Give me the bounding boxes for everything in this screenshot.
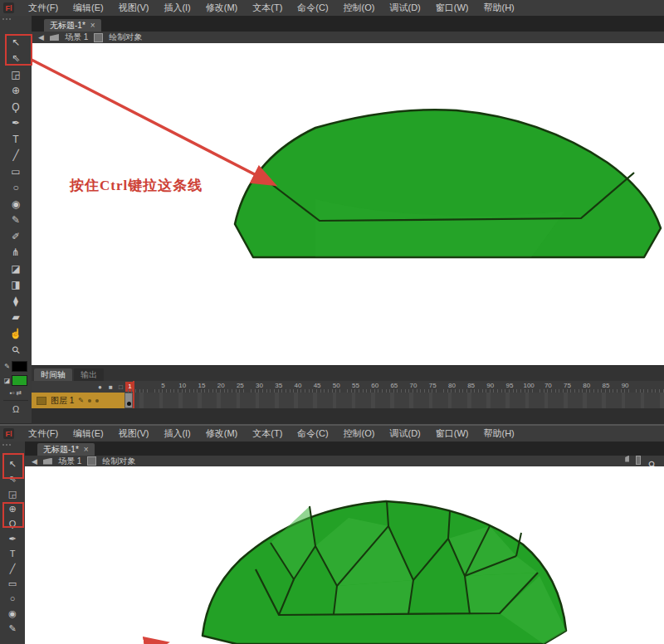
layer-visible-dot[interactable] [88,399,91,402]
back-arrow-icon-2[interactable]: ◀ [32,457,37,466]
menu-item-5[interactable]: 文本(T) [245,0,290,16]
layer-lock-icon[interactable]: ■ [109,383,113,391]
back-arrow-icon[interactable]: ◀ [38,33,44,41]
document-tab-bar-2: 无标题-1* × [25,442,664,456]
edit-bar: ◀ 场景 1 绘制对象 [32,32,664,44]
subselection-tool-icon[interactable]: ⇖ [0,471,25,486]
menu-item-8[interactable]: 调试(D) [383,0,428,16]
panel-drag-handle[interactable] [0,16,32,22]
primitive-oval-tool-icon[interactable]: ◉ [0,606,25,621]
stage-canvas[interactable]: 按住Ctrl键拉这条线 [32,43,664,365]
layer-lock-dot[interactable] [95,399,99,402]
tab-close-icon[interactable]: × [90,19,95,32]
menu-item-2[interactable]: 视图(V) [111,0,157,16]
layer-visibility-eye-icon[interactable]: ● [98,383,102,391]
timeline-ruler[interactable]: ● ■ □ 1 51015202530354045505560657075808… [32,381,664,393]
rectangle-tool-icon[interactable]: ▭ [0,576,25,591]
menu-item-2[interactable]: 视图(V) [111,426,157,442]
turtle-shell-segmented-drawing[interactable] [191,493,573,644]
flash-window-2: Fl 文件(F)编辑(E)视图(V)插入(I)修改(M)文本(T)命令(C)控制… [0,424,664,644]
app-logo[interactable]: Fl [3,2,14,13]
menu-item-5[interactable]: 文本(T) [245,426,290,442]
stage-canvas-2[interactable] [25,466,664,644]
pen-tool-icon[interactable]: ✒ [0,115,32,132]
rotation-3d-tool-icon[interactable]: ⊕ [0,83,32,100]
free-transform-tool-icon[interactable]: ◲ [0,66,32,83]
menu-item-10[interactable]: 帮助(H) [476,426,522,442]
scene-breadcrumb-2[interactable]: 场景 1 [58,456,81,467]
line-tool-icon[interactable]: ╱ [0,561,25,576]
menu-item-3[interactable]: 插入(I) [156,0,198,16]
menu-item-4[interactable]: 修改(M) [198,426,246,442]
rectangle-tool-icon[interactable]: ▭ [0,163,32,180]
selection-tool-icon[interactable]: ↖ [0,34,32,51]
eraser-tool-icon[interactable]: ▰ [0,310,32,326]
menu-item-4[interactable]: 修改(M) [198,0,246,16]
text-tool-icon[interactable]: T [0,546,25,561]
keyframe-cell[interactable] [124,393,133,408]
pencil-tool-icon[interactable]: ✎ [0,212,32,229]
fill-color-swatch[interactable] [12,375,27,386]
pencil-tool-icon[interactable]: ✎ [0,621,25,636]
menu-item-1[interactable]: 编辑(E) [66,426,111,442]
menu-item-9[interactable]: 窗口(W) [428,0,476,16]
lasso-tool-icon[interactable]: Ϙ [0,516,25,531]
layer-name-cell[interactable]: 图层 1 ✎ [32,393,124,408]
text-tool-icon[interactable]: T [0,131,32,148]
layer-outline-icon[interactable]: □ [119,383,123,391]
bone-tool-icon[interactable]: ⋔ [0,245,32,261]
flash-window-1: Fl 文件(F)编辑(E)视图(V)插入(I)修改(M)文本(T)命令(C)控制… [0,0,664,423]
subselection-tool-icon[interactable]: ⇖ [0,51,32,67]
object-icon-2 [87,456,96,466]
fill-color-row: ◪ [4,375,28,386]
object-breadcrumb-2: 绘制对象 [102,456,135,467]
layer-frames-track[interactable] [124,393,664,408]
menu-item-8[interactable]: 调试(D) [383,426,428,442]
menu-item-9[interactable]: 窗口(W) [428,426,476,442]
menu-item-6[interactable]: 命令(C) [290,0,335,16]
lasso-tool-icon[interactable]: Ϙ [0,99,32,115]
menu-item-0[interactable]: 文件(F) [21,426,66,442]
menu-items-2: 文件(F)编辑(E)视图(V)插入(I)修改(M)文本(T)命令(C)控制(O)… [21,426,522,442]
line-tool-icon[interactable]: ╱ [0,148,32,164]
panel-drag-handle-2[interactable] [0,442,25,448]
swap-colors-icon[interactable]: ⇄ [16,389,22,397]
document-tab-2[interactable]: 无标题-1* × [37,443,95,456]
object-breadcrumb: 绘制对象 [109,32,142,43]
turtle-shell-drawing[interactable] [216,100,664,266]
edit-bar-2: ◀ 场景 1 绘制对象 ⚲ [25,456,664,467]
paint-bucket-tool-icon[interactable]: ◪ [0,261,32,277]
scene-clapboard-icon [50,34,59,41]
menu-item-7[interactable]: 控制(O) [336,0,383,16]
menu-item-1[interactable]: 编辑(E) [66,0,111,16]
primitive-oval-tool-icon[interactable]: ◉ [0,196,32,212]
default-colors-icon[interactable]: ▪▫ [10,389,15,397]
oval-tool-icon[interactable]: ○ [0,180,32,197]
brush-tool-icon[interactable]: ✐ [0,228,32,245]
frame-number-19: 100 [520,382,539,389]
snap-magnet-icon[interactable]: Ω [12,404,19,414]
timeline-tab[interactable]: 时间轴 [34,368,72,381]
app-logo-2[interactable]: Fl [3,428,14,439]
pen-tool-icon[interactable]: ✒ [0,531,25,546]
selection-tool-icon[interactable]: ↖ [0,456,25,471]
timeline-layer-row[interactable]: 图层 1 ✎ [32,393,664,408]
eyedropper-tool-icon[interactable]: ⧫ [0,293,32,310]
edit-scene-icon[interactable] [625,456,629,462]
menu-item-10[interactable]: 帮助(H) [476,0,522,16]
edit-symbol-icon[interactable] [636,456,641,465]
scene-breadcrumb[interactable]: 场景 1 [65,32,88,43]
output-tab[interactable]: 输出 [74,368,104,381]
oval-tool-icon[interactable]: ○ [0,591,25,606]
ink-bottle-tool-icon[interactable]: ◨ [0,277,32,294]
menu-item-7[interactable]: 控制(O) [336,426,383,442]
playhead-line[interactable] [133,381,134,408]
tab-close-icon-2[interactable]: × [84,443,89,456]
menu-item-0[interactable]: 文件(F) [21,0,66,16]
menu-item-6[interactable]: 命令(C) [290,426,335,442]
free-transform-tool-icon[interactable]: ◲ [0,486,25,501]
frame-number-7: 40 [288,382,307,389]
menu-item-3[interactable]: 插入(I) [156,426,198,442]
rotation-3d-tool-icon[interactable]: ⊕ [0,501,25,516]
document-tab[interactable]: 无标题-1* × [44,19,101,32]
